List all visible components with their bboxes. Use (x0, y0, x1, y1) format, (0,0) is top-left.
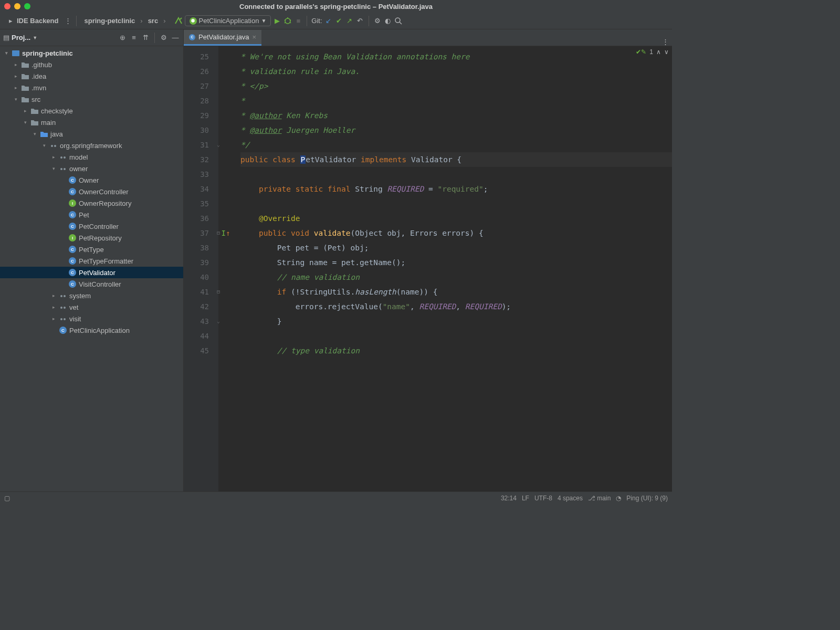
tree-node[interactable]: ▸.mvn (0, 82, 183, 93)
expand-arrow-icon[interactable]: ▾ (50, 166, 57, 171)
expand-arrow-icon[interactable]: ▸ (13, 62, 19, 67)
tree-node[interactable]: ▾spring-petclinic (0, 47, 183, 59)
line-number[interactable]: 36 (184, 211, 218, 226)
inspection-widget[interactable]: ✔✎ 1 ∧ ∨ (636, 48, 669, 56)
code-line[interactable] (240, 329, 672, 343)
code-line[interactable]: } (240, 314, 672, 329)
line-number[interactable]: 44 (184, 329, 218, 343)
code-line[interactable]: Pet pet = (Pet) obj; (240, 240, 672, 255)
tree-node[interactable]: ▸model (0, 151, 183, 163)
code-line[interactable]: * </p> (240, 79, 672, 93)
expand-arrow-icon[interactable]: ▸ (13, 74, 19, 79)
tab-options-icon[interactable]: ⋮ (659, 38, 672, 46)
project-tree[interactable]: ▾spring-petclinic▸.github▸.idea▸.mvn▾src… (0, 46, 183, 491)
code-line[interactable]: if (!StringUtils.hasLength(name)) { (240, 285, 672, 299)
line-number[interactable]: 26 (184, 64, 218, 79)
expand-arrow-icon[interactable]: ▾ (3, 50, 9, 56)
code-line[interactable]: * (240, 93, 672, 108)
prev-highlight-icon[interactable]: ∧ (656, 48, 661, 56)
collapse-all-icon[interactable]: ⇈ (141, 33, 150, 43)
breadcrumb-item[interactable]: spring-petclinic (84, 17, 135, 25)
git-pull-icon[interactable]: ↙ (324, 17, 333, 25)
code-line[interactable] (240, 167, 672, 182)
expand-arrow-icon[interactable]: ▸ (22, 108, 28, 113)
fold-icon[interactable]: ⊟ (211, 285, 226, 299)
tree-node[interactable]: IOwnerRepository (0, 197, 183, 209)
breadcrumb-item[interactable]: src (148, 17, 159, 25)
expand-arrow-icon[interactable]: ▾ (13, 97, 19, 102)
settings-icon[interactable]: ⚙ (373, 17, 382, 25)
git-push-icon[interactable]: ↗ (345, 17, 354, 25)
build-icon[interactable] (174, 17, 183, 25)
line-number[interactable]: 25 (184, 49, 218, 64)
expand-arrow-icon[interactable]: ▾ (41, 143, 47, 148)
fold-icon[interactable]: ⌄ (211, 314, 226, 329)
expand-arrow-icon[interactable]: ▸ (50, 304, 57, 310)
code-line[interactable]: * @author Ken Krebs (240, 108, 672, 123)
git-commit-icon[interactable]: ✔ (335, 17, 343, 25)
expand-arrow-icon[interactable]: ▸ (50, 154, 57, 160)
line-number[interactable]: 39 (184, 255, 218, 270)
tree-node[interactable]: ▸.idea (0, 70, 183, 82)
line-number[interactable]: 41⊟ (184, 285, 218, 299)
code-content[interactable]: * We're not using Bean Validation annota… (218, 46, 672, 491)
code-line[interactable]: String name = pet.getName(); (240, 255, 672, 270)
run-config-selector[interactable]: ⬢ PetClinicApplication ▼ (185, 15, 271, 26)
code-line[interactable]: public class PetValidator implements Val… (240, 152, 672, 167)
line-number[interactable]: 43⌄ (184, 314, 218, 329)
tree-node[interactable]: ▸vet (0, 301, 183, 313)
expand-arrow-icon[interactable]: ▸ (50, 293, 57, 298)
tool-window-toggle-icon[interactable]: ▢ (4, 495, 10, 502)
breadcrumb[interactable]: spring-petclinic src (81, 16, 172, 26)
git-branch[interactable]: ⎇ main (588, 495, 611, 502)
tree-node[interactable]: ▾org.springframework (0, 140, 183, 151)
line-number[interactable]: 29 (184, 108, 218, 123)
tree-node[interactable]: CVisitController (0, 278, 183, 290)
file-encoding[interactable]: UTF-8 (534, 495, 552, 502)
ping-indicator[interactable]: Ping (UI): 9 (9) (626, 495, 668, 502)
tree-node[interactable]: CPet (0, 209, 183, 220)
expand-arrow-icon[interactable]: ▸ (50, 316, 57, 321)
fold-icon[interactable]: ⌄ (211, 138, 226, 152)
line-number[interactable]: 27 (184, 79, 218, 93)
line-number[interactable]: 45 (184, 343, 218, 358)
tree-node-selected[interactable]: CPetValidator (0, 267, 183, 278)
caret-position[interactable]: 32:14 (501, 495, 517, 502)
editor-tab[interactable]: C PetValidator.java × (184, 30, 261, 46)
close-tab-icon[interactable]: × (253, 33, 257, 41)
line-number[interactable]: 40 (184, 270, 218, 285)
project-panel-title[interactable]: Proj... (12, 34, 30, 41)
code-line[interactable]: */ (240, 138, 672, 152)
search-icon[interactable] (394, 17, 403, 25)
code-area[interactable]: 25262728293031⌄323334353637I↑⊟38394041⊟4… (184, 46, 672, 491)
tree-node[interactable]: COwner (0, 174, 183, 186)
code-line[interactable]: @Override (240, 211, 672, 226)
tree-node[interactable]: ▾main (0, 117, 183, 128)
indent-info[interactable]: 4 spaces (558, 495, 583, 502)
ide-backend-button[interactable]: ▸ IDE Backend (3, 16, 61, 26)
line-number[interactable]: 31⌄ (184, 138, 218, 152)
stop-icon[interactable]: ■ (294, 17, 302, 25)
dropdown-icon[interactable]: ▼ (33, 35, 37, 40)
code-line[interactable]: * validation rule in Java. (240, 64, 672, 79)
code-line[interactable]: * @author Juergen Hoeller (240, 123, 672, 138)
code-line[interactable]: errors.rejectValue("name", REQUIRED, REQ… (240, 299, 672, 314)
next-highlight-icon[interactable]: ∨ (664, 48, 669, 56)
code-line[interactable]: private static final String REQUIRED = "… (240, 182, 672, 196)
tree-node[interactable]: COwnerController (0, 186, 183, 197)
hide-panel-icon[interactable]: — (171, 33, 180, 43)
gutter[interactable]: 25262728293031⌄323334353637I↑⊟38394041⊟4… (184, 46, 218, 491)
code-line[interactable]: // type validation (240, 343, 672, 358)
git-history-icon[interactable]: ↶ (356, 17, 364, 25)
expand-arrow-icon[interactable]: ▸ (13, 85, 19, 90)
line-number[interactable]: 33 (184, 167, 218, 182)
line-number[interactable]: 28 (184, 93, 218, 108)
tree-node[interactable]: CPetTypeFormatter (0, 255, 183, 267)
tree-node[interactable]: ▾java (0, 128, 183, 140)
code-line[interactable]: // name validation (240, 270, 672, 285)
tree-node[interactable]: ▸system (0, 290, 183, 301)
debug-icon[interactable] (284, 17, 292, 25)
more-icon[interactable]: ⋮ (64, 17, 72, 25)
expand-all-icon[interactable]: ≡ (129, 33, 139, 43)
line-number[interactable]: 37I↑⊟ (184, 226, 218, 240)
